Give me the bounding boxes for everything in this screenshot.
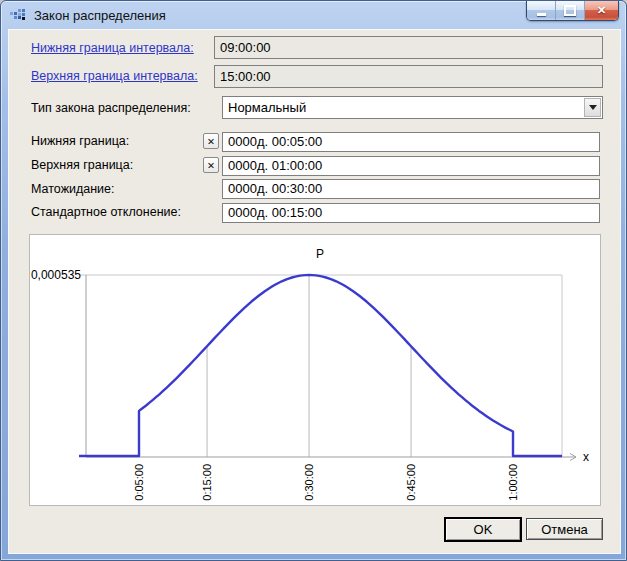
chart-title: P — [316, 247, 324, 261]
title-bar[interactable]: Закон распределения ✕ — [1, 1, 626, 29]
minimize-icon — [537, 13, 546, 16]
mean-label: Матожидание: — [31, 182, 115, 196]
window-controls: ✕ — [526, 1, 619, 21]
distribution-law-dialog: Закон распределения ✕ Нижняя граница инт… — [0, 0, 627, 561]
combobox-dropdown-button[interactable] — [584, 98, 601, 117]
lower-bound-field[interactable]: 0000д. 00:05:00 — [222, 132, 600, 152]
distribution-chart-panel: P0,000535x0:05:000:15:000:30:000:45:001:… — [29, 234, 601, 506]
x-tick-label: 0:45:00 — [405, 464, 417, 501]
law-type-combobox[interactable]: Нормальный — [222, 96, 603, 119]
law-type-value: Нормальный — [223, 100, 584, 115]
lower-bound-clear-button[interactable]: ✕ — [203, 133, 219, 149]
clear-x-icon: ✕ — [207, 136, 215, 147]
maximize-icon — [564, 5, 576, 16]
distribution-curve — [79, 275, 562, 456]
window-title: Закон распределения — [34, 8, 166, 23]
interval-lower-field[interactable]: 09:00:00 — [214, 36, 603, 59]
upper-bound-field[interactable]: 0000д. 01:00:00 — [222, 156, 600, 176]
clear-x-icon: ✕ — [207, 160, 215, 171]
stddev-label: Стандартное отклонение: — [31, 205, 181, 219]
y-axis-tick-label: 0,000535 — [31, 268, 81, 282]
close-icon: ✕ — [597, 5, 606, 16]
app-icon — [10, 8, 27, 22]
interval-lower-link[interactable]: Нижняя граница интервала: — [31, 41, 194, 55]
x-tick-label: 1:00:00 — [507, 464, 519, 501]
minimize-button[interactable] — [527, 1, 556, 20]
stddev-field[interactable]: 0000д. 00:15:00 — [222, 203, 600, 223]
interval-upper-field[interactable]: 15:00:00 — [214, 65, 603, 88]
chevron-down-icon — [589, 105, 597, 110]
x-tick-label: 0:15:00 — [201, 464, 213, 501]
lower-bound-label: Нижняя граница: — [31, 134, 129, 148]
x-tick-label: 0:30:00 — [303, 464, 315, 501]
cancel-button[interactable]: Отмена — [526, 518, 603, 540]
maximize-button[interactable] — [556, 1, 585, 20]
upper-bound-clear-button[interactable]: ✕ — [203, 157, 219, 173]
upper-bound-label: Верхняя граница: — [31, 158, 133, 172]
mean-field[interactable]: 0000д. 00:30:00 — [222, 179, 600, 199]
distribution-chart-svg: P0,000535x0:05:000:15:000:30:000:45:001:… — [30, 235, 600, 505]
x-axis-label: x — [583, 450, 589, 464]
x-tick-label: 0:05:00 — [133, 464, 145, 501]
close-button[interactable]: ✕ — [585, 1, 618, 20]
interval-upper-link[interactable]: Верхняя граница интервала: — [31, 69, 198, 83]
law-type-label: Тип закона распределения: — [31, 101, 191, 115]
ok-button[interactable]: OK — [444, 517, 522, 542]
